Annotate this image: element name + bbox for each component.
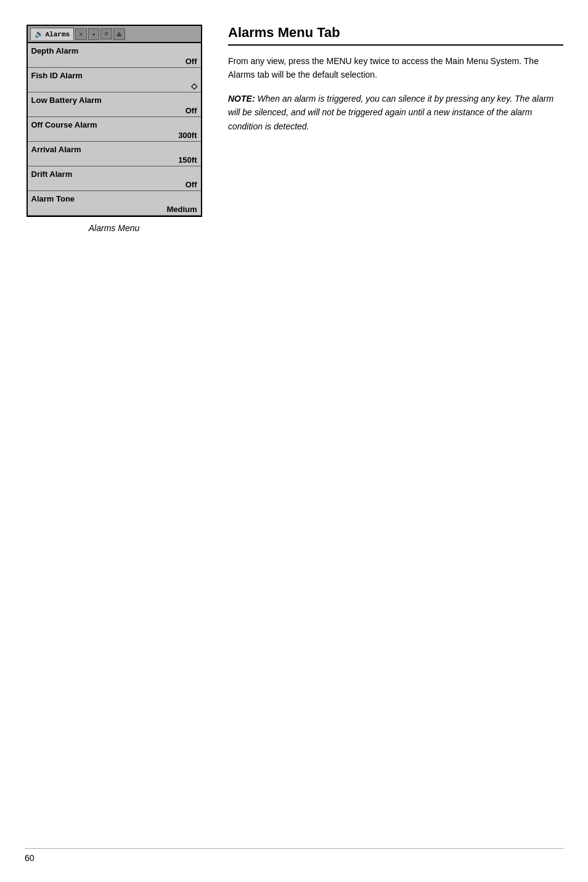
active-tab[interactable]: 🔊 Alarms bbox=[30, 28, 75, 40]
menu-item-alarm-tone[interactable]: Alarm Tone Medium bbox=[28, 191, 201, 216]
depth-alarm-label: Depth Alarm bbox=[31, 46, 79, 55]
right-panel: Alarms Menu Tab From any view, press the… bbox=[228, 25, 563, 133]
fish-id-alarm-value: ◇ bbox=[31, 81, 197, 91]
tab-bar: 🔊 Alarms ✕ ✦ ≡ ⏏ bbox=[28, 26, 201, 43]
drift-alarm-value: Off bbox=[31, 180, 197, 189]
alarm-tone-value: Medium bbox=[31, 205, 197, 214]
menu-item-arrival-alarm[interactable]: Arrival Alarm 150ft bbox=[28, 142, 201, 166]
alarms-tab-icon: 🔊 bbox=[35, 30, 44, 39]
off-course-alarm-value: 300ft bbox=[31, 131, 197, 140]
menu-item-fish-id-alarm[interactable]: Fish ID Alarm ◇ bbox=[28, 68, 201, 92]
menu-item-depth-alarm[interactable]: Depth Alarm Off bbox=[28, 43, 201, 68]
tab-x[interactable]: ✕ bbox=[75, 28, 87, 40]
note-block: NOTE: When an alarm is triggered, you ca… bbox=[228, 92, 563, 133]
left-panel: 🔊 Alarms ✕ ✦ ≡ ⏏ Depth Alarm Off Fish ID… bbox=[25, 25, 203, 233]
off-course-alarm-label: Off Course Alarm bbox=[31, 120, 97, 129]
low-battery-alarm-value: Off bbox=[31, 106, 197, 115]
depth-alarm-value: Off bbox=[31, 57, 197, 66]
tab-gear[interactable]: ✦ bbox=[88, 28, 100, 40]
active-tab-label: Alarms bbox=[46, 31, 70, 38]
fish-id-alarm-label: Fish ID Alarm bbox=[31, 71, 83, 80]
drift-alarm-label: Drift Alarm bbox=[31, 169, 73, 179]
section-title: Alarms Menu Tab bbox=[228, 25, 563, 46]
device-screen: 🔊 Alarms ✕ ✦ ≡ ⏏ Depth Alarm Off Fish ID… bbox=[27, 25, 202, 217]
menu-item-drift-alarm[interactable]: Drift Alarm Off bbox=[28, 166, 201, 191]
menu-item-low-battery-alarm[interactable]: Low Battery Alarm Off bbox=[28, 92, 201, 117]
arrival-alarm-value: 150ft bbox=[31, 155, 197, 165]
page-number: 60 bbox=[25, 853, 35, 863]
menu-item-off-course-alarm[interactable]: Off Course Alarm 300ft bbox=[28, 117, 201, 142]
arrival-alarm-label: Arrival Alarm bbox=[31, 145, 81, 154]
note-text: When an alarm is triggered, you can sile… bbox=[228, 94, 553, 131]
section-body: From any view, press the MENU key twice … bbox=[228, 54, 563, 82]
device-caption: Alarms Menu bbox=[89, 223, 139, 233]
alarm-tone-label: Alarm Tone bbox=[31, 194, 75, 203]
tab-menu[interactable]: ≡ bbox=[100, 28, 112, 39]
note-label: NOTE: bbox=[228, 94, 255, 104]
page-footer: 60 bbox=[25, 848, 563, 864]
low-battery-alarm-label: Low Battery Alarm bbox=[31, 96, 102, 105]
tab-eject[interactable]: ⏏ bbox=[113, 28, 125, 40]
